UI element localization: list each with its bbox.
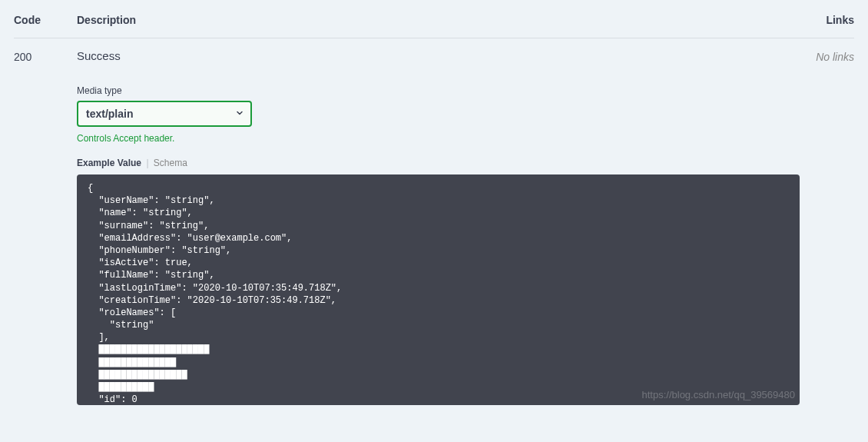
media-type-select[interactable]: text/plain (77, 101, 252, 127)
header-description: Description (77, 14, 826, 26)
tab-schema[interactable]: Schema (154, 158, 187, 168)
response-links: No links (816, 49, 854, 405)
responses-header-row: Code Description Links (14, 0, 854, 38)
watermark-text: https://blog.csdn.net/qq_39569480 (642, 388, 796, 402)
header-links: Links (826, 14, 854, 26)
response-row: 200 Success Media type text/plain Contro… (14, 38, 854, 405)
response-description: Success (77, 49, 800, 62)
media-type-label: Media type (77, 85, 800, 96)
response-code: 200 (14, 49, 77, 405)
example-schema-tabs: Example Value | Schema (77, 158, 800, 168)
example-json-content: { "userName": "string", "name": "string"… (88, 183, 342, 405)
example-value-code[interactable]: { "userName": "string", "name": "string"… (77, 174, 800, 405)
header-code: Code (14, 14, 77, 26)
media-type-hint: Controls Accept header. (77, 133, 800, 144)
tab-example-value[interactable]: Example Value (77, 158, 141, 168)
response-description-area: Success Media type text/plain Controls A… (77, 49, 816, 405)
tab-separator: | (146, 158, 148, 168)
